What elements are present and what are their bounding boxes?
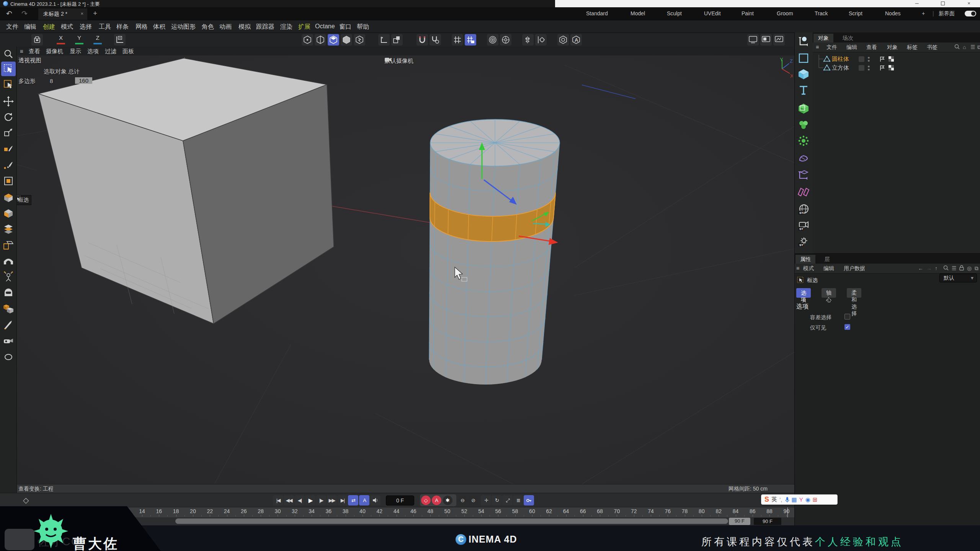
- axis-lock-z[interactable]: Z: [93, 34, 103, 45]
- objects-menu-0[interactable]: 文件: [826, 44, 837, 51]
- layout-add-button[interactable]: +: [922, 10, 925, 16]
- layout-tab-sculpt[interactable]: Sculpt: [667, 10, 682, 16]
- minimize-button[interactable]: ─: [909, 0, 924, 6]
- search-tool-icon[interactable]: [1, 47, 16, 61]
- bridge-arch-icon[interactable]: [1, 253, 16, 268]
- objects-menu-2[interactable]: 查看: [866, 44, 877, 51]
- lock-icon[interactable]: [959, 265, 964, 272]
- record-rotation-button[interactable]: ↻: [492, 495, 502, 505]
- live-select-tool-icon[interactable]: [1, 77, 16, 92]
- viewport-menu-1[interactable]: 摄像机: [46, 48, 63, 55]
- next-key-button[interactable]: ▶▶: [327, 495, 337, 505]
- viewport-menu-5[interactable]: 面板: [122, 48, 134, 55]
- axis-settings-icon[interactable]: [535, 34, 547, 46]
- menu-10[interactable]: 角色: [202, 23, 214, 31]
- tab-objects[interactable]: 对象: [813, 34, 833, 42]
- document-tab[interactable]: 未标题 2 *×: [38, 8, 87, 20]
- viewport-3d[interactable]: 透视视图 选取对象 总计 多边形 8 160 默认摄像机 框选 Y Z X: [17, 55, 794, 484]
- sketch-spline-icon[interactable]: [1, 158, 16, 173]
- visibility-dots[interactable]: ●●: [867, 65, 870, 71]
- flag-icon[interactable]: [880, 65, 885, 71]
- axis-lock-x[interactable]: X: [56, 34, 66, 45]
- knife-tool-icon[interactable]: [1, 318, 16, 332]
- viewport-burger-icon[interactable]: ≡: [20, 48, 23, 54]
- ime-mic-icon[interactable]: [785, 497, 789, 503]
- cube-alt-icon[interactable]: [1, 206, 16, 221]
- layout-tab-track[interactable]: Track: [815, 10, 828, 16]
- go-end-button[interactable]: ▶|: [337, 495, 348, 505]
- menu-5[interactable]: 工具: [99, 23, 111, 31]
- popout-icon[interactable]: ⧉: [977, 44, 980, 51]
- polygon-mode-icon[interactable]: [328, 34, 339, 46]
- layout-tab-model[interactable]: Model: [630, 10, 645, 16]
- crates-icon[interactable]: [1, 302, 16, 316]
- menu-8[interactable]: 体积: [153, 23, 165, 31]
- ring-tool-icon[interactable]: [1, 350, 16, 364]
- record-keyframe-button[interactable]: ◇: [421, 496, 431, 505]
- go-start-button[interactable]: |◀: [273, 495, 283, 505]
- keyframe-diamond-icon[interactable]: ◇: [23, 496, 29, 505]
- render-picture-icon[interactable]: [760, 34, 772, 46]
- clamp-tool-icon[interactable]: [1, 334, 16, 348]
- magnet-snap-icon[interactable]: [416, 34, 428, 46]
- edge-mode-icon[interactable]: [315, 34, 326, 46]
- menu-4[interactable]: 选择: [80, 23, 92, 31]
- menu-18[interactable]: 帮助: [357, 23, 369, 31]
- prev-key-button[interactable]: ◀◀: [284, 495, 294, 505]
- gear-circle-icon[interactable]: [500, 34, 511, 46]
- workplane-icon[interactable]: [378, 34, 390, 46]
- sky-st-icon[interactable]: ST: [796, 202, 811, 217]
- visibility-dots[interactable]: ●●: [867, 56, 870, 62]
- prev-frame-button[interactable]: ◀|: [294, 495, 305, 505]
- sound-button[interactable]: [370, 495, 381, 505]
- record-position-button[interactable]: ✛: [481, 495, 491, 505]
- close-button[interactable]: ×: [961, 0, 977, 6]
- forward-icon[interactable]: →: [926, 265, 932, 271]
- attr-menu-0[interactable]: 模式: [803, 265, 814, 272]
- tab-layers[interactable]: 层: [820, 255, 835, 264]
- extrude-face-icon[interactable]: [1, 238, 16, 252]
- objects-menu-4[interactable]: 标签: [907, 44, 918, 51]
- deformer-icon[interactable]: [796, 151, 811, 166]
- key-filter-button[interactable]: ⊖: [458, 496, 467, 505]
- frame-tool-icon[interactable]: [1, 174, 16, 188]
- menu-17[interactable]: 窗口: [339, 23, 351, 31]
- menu-16[interactable]: Octane: [315, 23, 335, 30]
- objects-menu-5[interactable]: 书签: [927, 44, 938, 51]
- current-frame-field[interactable]: 0 F: [386, 496, 414, 505]
- viewport-menu-0[interactable]: 查看: [29, 48, 40, 55]
- text-spline-icon[interactable]: [796, 83, 811, 98]
- layout-tab-standard[interactable]: Standard: [586, 10, 608, 16]
- tab-attributes[interactable]: 属性: [795, 255, 815, 264]
- mirror-icon[interactable]: [522, 34, 534, 46]
- mograph-icon[interactable]: [796, 134, 811, 148]
- rotate-tool-icon[interactable]: [1, 110, 16, 124]
- timeline-scrollbar[interactable]: [175, 518, 728, 524]
- primitive-cube-icon[interactable]: [796, 67, 811, 82]
- view-label[interactable]: 透视视图: [18, 57, 41, 64]
- up-icon[interactable]: ↑: [935, 265, 938, 271]
- menu-11[interactable]: 动画: [219, 23, 232, 31]
- new-ui-toggle[interactable]: [965, 11, 976, 16]
- layout-tab-script[interactable]: Script: [849, 10, 862, 16]
- menu-13[interactable]: 跟踪器: [256, 23, 274, 31]
- objects-burger-icon[interactable]: ≡: [816, 44, 819, 50]
- record-pla-button[interactable]: [524, 495, 534, 505]
- next-frame-button[interactable]: |▶: [316, 495, 326, 505]
- spline-pen-icon[interactable]: [1, 142, 16, 157]
- attr-menu-1[interactable]: 编辑: [823, 265, 834, 272]
- snap-settings-icon[interactable]: [430, 34, 441, 46]
- attr-popout-icon[interactable]: ⧉: [975, 265, 978, 272]
- array-generator-icon[interactable]: [796, 117, 811, 132]
- layers-stack-icon[interactable]: [1, 222, 16, 236]
- symmetry-icon[interactable]: [796, 185, 811, 199]
- back-icon[interactable]: ←: [918, 265, 923, 271]
- viewport-menu-4[interactable]: 过滤: [105, 48, 116, 55]
- autokey-button[interactable]: A: [432, 496, 441, 505]
- attr-filter-icon[interactable]: ☰: [952, 265, 957, 271]
- light-st-icon[interactable]: ST: [796, 235, 811, 249]
- modeling-settings-icon[interactable]: [487, 34, 498, 46]
- play-button[interactable]: ▶: [305, 495, 315, 505]
- edit-toggle[interactable]: [859, 56, 864, 62]
- camera-st-icon[interactable]: ST: [796, 218, 811, 233]
